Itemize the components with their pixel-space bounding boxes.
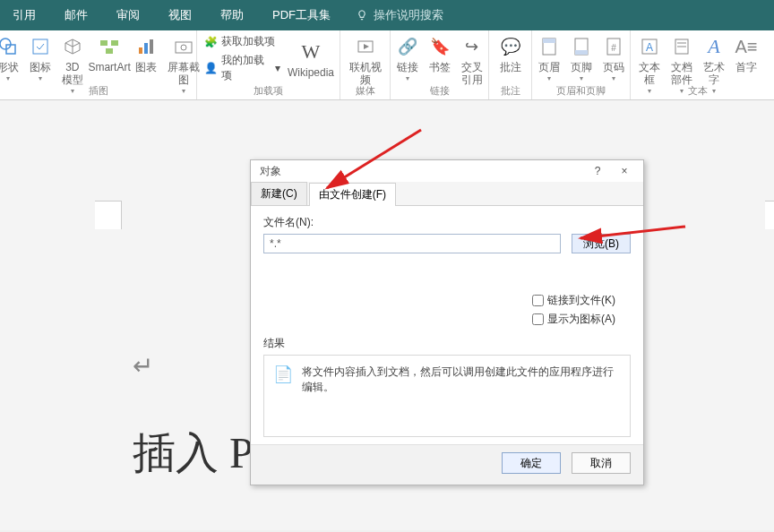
svg-rect-13 <box>543 39 555 43</box>
comment-icon: 💬 <box>501 37 520 56</box>
bookmark-button[interactable]: 🔖 书签 <box>428 34 452 73</box>
svg-rect-6 <box>139 47 142 54</box>
comment-button[interactable]: 💬 批注 <box>499 34 522 73</box>
ribbon-tab-review[interactable]: 审阅 <box>113 7 143 23</box>
get-addins-button[interactable]: 🧩获取加载项 <box>204 34 280 49</box>
filename-input[interactable] <box>263 234 561 253</box>
object-dialog: 对象 ? × 新建(C) 由文件创建(F) 文件名(N): 浏览(B) 链接到文… <box>250 159 644 485</box>
link-to-file-checkbox[interactable]: 链接到文件(K) <box>532 293 631 308</box>
cancel-button[interactable]: 取消 <box>572 452 631 474</box>
smartart-button[interactable]: SmartArt <box>93 34 125 73</box>
camera-icon <box>174 37 194 56</box>
icons-icon <box>30 37 50 56</box>
smartart-icon <box>99 37 120 56</box>
my-addins-button[interactable]: 👤我的加载项▾ <box>204 53 280 83</box>
result-description-text: 将文件内容插入到文档，然后可以调用创建此文件的应用程序进行编辑。 <box>302 365 621 395</box>
shapes-button[interactable]: 形状▾ <box>0 34 20 82</box>
ribbon-panel: 形状▾ 图标▾ 3D 模型▾ SmartArt 图表 屏幕截图▾ <box>0 30 774 100</box>
browse-button[interactable]: 浏览(B) <box>572 234 631 253</box>
wikipedia-icon: W <box>302 40 321 64</box>
result-label: 结果 <box>263 336 631 351</box>
svg-rect-7 <box>144 43 148 54</box>
docparts-icon <box>673 38 691 56</box>
icons-button[interactable]: 图标▾ <box>29 34 52 82</box>
svg-point-0 <box>0 39 11 49</box>
svg-rect-9 <box>176 42 192 53</box>
link-button[interactable]: 🔗 链接▾ <box>396 34 419 82</box>
svg-rect-3 <box>100 40 108 46</box>
cube-icon <box>63 37 82 56</box>
header-button[interactable]: 页眉▾ <box>538 34 561 82</box>
svg-rect-4 <box>111 40 118 46</box>
checkbox-icon[interactable] <box>532 313 544 325</box>
crossref-button[interactable]: ↪ 交叉引用 <box>460 34 484 86</box>
dialog-footer: 确定 取消 <box>251 444 643 485</box>
svg-point-10 <box>181 45 186 50</box>
page-margin-left <box>95 201 122 229</box>
document-preview-icon: 📄 <box>273 365 293 395</box>
ribbon-tab-view[interactable]: 视图 <box>165 7 195 23</box>
dialog-title-text: 对象 <box>260 164 281 179</box>
bulb-icon <box>356 9 368 21</box>
dialog-help-button[interactable]: ? <box>584 162 611 180</box>
svg-text:A: A <box>646 41 653 54</box>
ribbon-tab-help[interactable]: 帮助 <box>217 7 247 23</box>
header-icon <box>541 37 557 56</box>
svg-rect-8 <box>150 39 153 54</box>
chart-button[interactable]: 图表 <box>134 34 158 73</box>
tell-me-search[interactable]: 操作说明搜索 <box>356 7 443 23</box>
ribbon-tab-pdftools[interactable]: PDF工具集 <box>269 7 334 23</box>
result-description-box: 📄 将文件内容插入到文档，然后可以调用创建此文件的应用程序进行编辑。 <box>263 355 631 437</box>
addin-icon: 👤 <box>204 62 218 74</box>
tab-create-from-file[interactable]: 由文件创建(F) <box>309 183 396 206</box>
group-label-comments: 批注 <box>489 84 531 98</box>
paragraph-mark-icon: ↵ <box>133 351 153 381</box>
filename-label: 文件名(N): <box>263 215 631 230</box>
footer-icon <box>573 37 589 56</box>
group-label-headerfooter: 页眉和页脚 <box>532 84 630 98</box>
tab-create-new[interactable]: 新建(C) <box>251 182 307 205</box>
checkbox-icon[interactable] <box>532 295 544 306</box>
ribbon-tab-references[interactable]: 引用 <box>9 7 39 23</box>
link-icon: 🔗 <box>398 37 417 56</box>
group-label-addins: 加载项 <box>197 84 340 98</box>
dropcap-button[interactable]: A≡ 首字 <box>735 34 758 73</box>
group-label-text: 文本 <box>631 84 765 98</box>
chart-icon <box>136 37 156 56</box>
wikipedia-button[interactable]: W Wikipedia <box>289 39 332 79</box>
footer-button[interactable]: 页脚▾ <box>570 34 593 82</box>
dropcap-icon: A≡ <box>735 37 757 57</box>
tell-me-placeholder: 操作说明搜索 <box>374 7 443 23</box>
display-as-icon-checkbox[interactable]: 显示为图标(A) <box>532 312 631 327</box>
group-label-media: 媒体 <box>340 84 390 98</box>
group-label-illustration: 插图 <box>0 84 196 98</box>
svg-rect-5 <box>106 48 113 54</box>
wordart-icon: A <box>708 35 719 58</box>
dialog-close-button[interactable]: × <box>611 162 638 180</box>
pagenum-button[interactable]: # 页码▾ <box>602 34 625 82</box>
pagenum-icon: # <box>606 37 622 56</box>
svg-rect-15 <box>575 50 588 55</box>
online-video-button[interactable]: 联机视频 <box>348 34 383 86</box>
svg-rect-2 <box>33 39 47 54</box>
video-icon <box>356 37 375 56</box>
dialog-tabstrip: 新建(C) 由文件创建(F) <box>251 182 643 206</box>
crossref-icon: ↪ <box>465 37 478 56</box>
bookmark-icon: 🔖 <box>430 37 450 56</box>
svg-text:#: # <box>611 43 616 53</box>
ok-button[interactable]: 确定 <box>502 452 561 474</box>
shapes-icon <box>0 37 18 56</box>
ribbon-tab-mailings[interactable]: 邮件 <box>61 7 91 23</box>
store-icon: 🧩 <box>204 36 218 48</box>
page-margin-right <box>765 201 774 229</box>
group-label-links: 链接 <box>391 84 488 98</box>
dialog-titlebar[interactable]: 对象 ? × <box>251 160 643 182</box>
ribbon-tab-bar: 引用 邮件 审阅 视图 帮助 PDF工具集 操作说明搜索 <box>0 0 774 30</box>
textbox-icon: A <box>641 38 658 56</box>
